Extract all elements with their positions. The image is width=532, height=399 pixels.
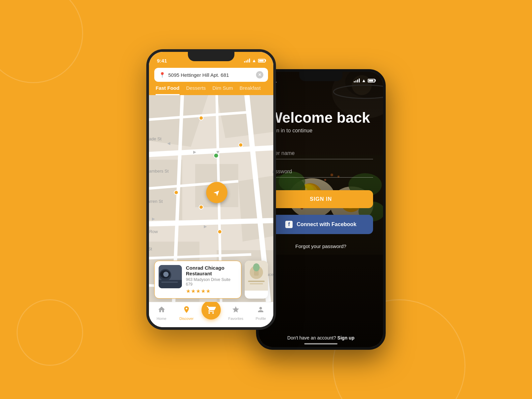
svg-point-46 xyxy=(253,263,260,271)
home-label: Home xyxy=(157,317,166,321)
search-address-text: 5095 Hettinger Hill Apt. 681 xyxy=(168,72,253,78)
restaurant-address: 963 Madyson Drive Suite 679 xyxy=(186,277,237,287)
battery-icon-2 xyxy=(368,79,375,82)
svg-point-39 xyxy=(163,272,169,277)
username-field-group xyxy=(269,150,373,159)
svg-text:◀: ◀ xyxy=(167,141,171,145)
facebook-icon: f xyxy=(285,221,293,228)
signin-button[interactable]: SIGN IN xyxy=(269,190,373,208)
map-area[interactable]: Broadway Reade St Chambers St Warren St … xyxy=(149,95,273,302)
profile-icon xyxy=(257,306,265,316)
small-restaurant-card[interactable] xyxy=(245,261,268,299)
svg-text:▶: ▶ xyxy=(193,150,197,154)
phones-container: 9:41 ▲ 📍 50 xyxy=(146,49,386,350)
map-pin-1[interactable] xyxy=(199,116,203,120)
svg-rect-43 xyxy=(248,281,265,282)
home-icon xyxy=(158,306,166,316)
svg-text:Ann St: Ann St xyxy=(149,246,152,251)
map-pin-4[interactable] xyxy=(199,205,203,209)
cart-button[interactable] xyxy=(201,300,221,320)
favorites-icon xyxy=(232,306,240,316)
signup-prompt: Don't have an account? xyxy=(287,335,336,340)
notch1 xyxy=(188,52,234,61)
map-pin-5[interactable] xyxy=(217,229,222,234)
signup-text: Don't have an account? Sign up xyxy=(269,335,373,347)
navigation-compass-button[interactable] xyxy=(206,182,227,203)
app-header: 📍 5095 Hettinger Hill Apt. 681 ✕ Fast Fo… xyxy=(149,66,273,95)
bottom-navigation: Home Discover Favorites xyxy=(149,302,273,327)
wifi-icon-2: ▲ xyxy=(361,78,366,83)
status-icons-2: ▲ xyxy=(354,76,375,83)
svg-text:Reade St: Reade St xyxy=(149,136,162,141)
time-display-1: 9:41 xyxy=(157,57,167,64)
nav-home[interactable]: Home xyxy=(152,306,172,321)
svg-text:Chambers St: Chambers St xyxy=(149,169,169,174)
svg-text:▶: ▶ xyxy=(152,216,155,221)
login-form: SIGN IN f Connect with Facebook Forgot y… xyxy=(269,150,373,347)
username-input[interactable] xyxy=(269,150,373,156)
tab-desserts[interactable]: Desserts xyxy=(186,85,206,95)
category-tabs: Fast Food Desserts Dim Sum Breakfast xyxy=(154,85,268,95)
welcome-title: Welcome back xyxy=(269,110,373,126)
notch2 xyxy=(299,72,342,81)
signup-link[interactable]: Sign up xyxy=(337,335,354,340)
discover-icon xyxy=(183,306,191,316)
wifi-icon: ▲ xyxy=(252,58,256,63)
restaurant-image xyxy=(159,265,182,288)
facebook-connect-button[interactable]: f Connect with Facebook xyxy=(269,215,373,234)
search-bar[interactable]: 📍 5095 Hettinger Hill Apt. 681 ✕ xyxy=(154,68,268,82)
discover-label: Discover xyxy=(179,317,194,321)
tab-dim-sum[interactable]: Dim Sum xyxy=(212,85,233,95)
tab-fast-food[interactable]: Fast Food xyxy=(156,85,180,95)
nav-profile[interactable]: Profile xyxy=(251,306,271,321)
svg-rect-38 xyxy=(159,280,182,288)
tab-breakfast[interactable]: Breakfast xyxy=(240,85,261,95)
svg-text:Warren St: Warren St xyxy=(149,199,163,204)
phone1-device: 9:41 ▲ 📍 50 xyxy=(146,49,276,330)
nav-favorites[interactable]: Favorites xyxy=(226,306,246,321)
password-field-group xyxy=(269,169,373,178)
signal-icon-2 xyxy=(354,78,360,82)
forgot-password-link[interactable]: Forgot your password? xyxy=(269,243,373,249)
status-icons-1: ▲ xyxy=(244,57,265,63)
clear-search-button[interactable]: ✕ xyxy=(256,71,263,78)
profile-label: Profile xyxy=(256,317,266,321)
home-indicator-2 xyxy=(304,343,337,344)
favorites-label: Favorites xyxy=(228,317,243,321)
password-input[interactable] xyxy=(269,169,373,175)
login-content: Welcome back Sign in to continue SIGN IN… xyxy=(259,86,383,347)
signal-icon xyxy=(244,59,250,63)
svg-rect-40 xyxy=(161,282,178,283)
location-pin-icon: 📍 xyxy=(159,72,166,78)
restaurant-card-wrapper: Conrad Chicago Restaurant 963 Madyson Dr… xyxy=(149,261,273,302)
restaurant-info: Conrad Chicago Restaurant 963 Madyson Dr… xyxy=(186,265,237,294)
facebook-button-label: Connect with Facebook xyxy=(297,221,356,227)
battery-icon xyxy=(258,59,265,63)
welcome-subtitle: Sign in to continue xyxy=(269,128,373,134)
svg-text:Park Row: Park Row xyxy=(149,229,158,234)
svg-rect-44 xyxy=(250,283,263,284)
map-pin-3[interactable] xyxy=(174,190,179,195)
svg-text:▶: ▶ xyxy=(204,224,207,228)
restaurant-stars: ★★★★★ xyxy=(186,288,237,294)
restaurant-name: Conrad Chicago Restaurant xyxy=(186,265,237,276)
nav-discover[interactable]: Discover xyxy=(177,306,197,321)
restaurant-card[interactable]: Conrad Chicago Restaurant 963 Madyson Dr… xyxy=(154,261,241,299)
